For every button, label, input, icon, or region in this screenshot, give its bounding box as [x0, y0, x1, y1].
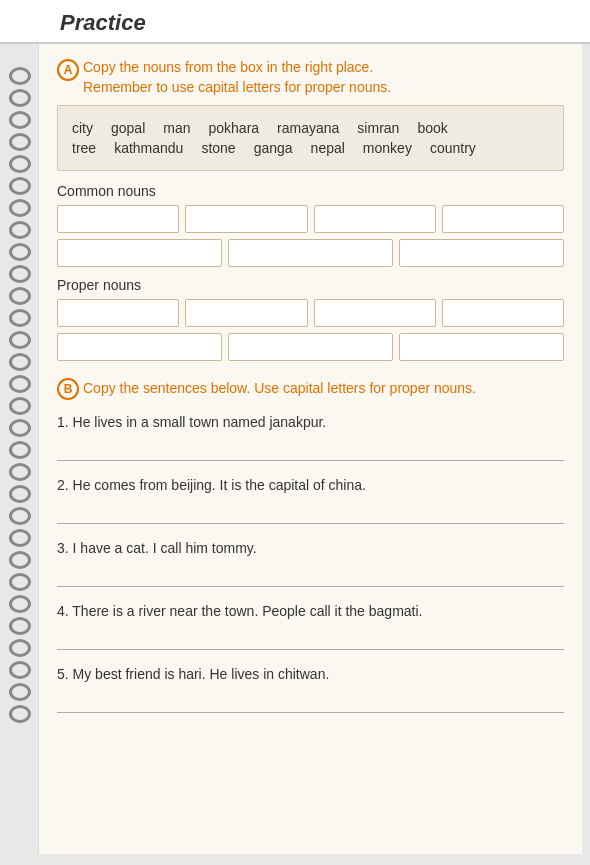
word-item: monkey — [363, 140, 412, 156]
spiral-ring — [9, 441, 31, 459]
word-item: pokhara — [209, 120, 260, 136]
section-b-instruction: Copy the sentences below. Use capital le… — [83, 379, 476, 399]
spiral-ring — [9, 287, 31, 305]
page-header: Practice — [0, 0, 590, 44]
word-item: book — [417, 120, 447, 136]
word-item: gopal — [111, 120, 145, 136]
common-nouns-section: Common nouns — [57, 183, 564, 267]
sentence-item: 2. He comes from beijing. It is the capi… — [57, 475, 564, 524]
spiral-ring — [9, 177, 31, 195]
word-item: city — [72, 120, 93, 136]
sentence-item: 3. I have a cat. I call him tommy. — [57, 538, 564, 587]
spiral-ring — [9, 221, 31, 239]
instruction-line2: Remember to use capital letters for prop… — [83, 79, 391, 95]
spiral-binding — [0, 55, 40, 865]
proper-nouns-label: Proper nouns — [57, 277, 564, 293]
spiral-ring — [9, 353, 31, 371]
write-line — [57, 439, 564, 461]
section-b-header: B Copy the sentences below. Use capital … — [57, 377, 564, 400]
spiral-ring — [9, 375, 31, 393]
proper-noun-input-5[interactable] — [57, 333, 222, 361]
sentence-text: 5. My best friend is hari. He lives in c… — [57, 664, 564, 685]
word-item: stone — [201, 140, 235, 156]
common-noun-input-7[interactable] — [399, 239, 564, 267]
write-line — [57, 502, 564, 524]
spiral-ring — [9, 155, 31, 173]
instruction-line1: Copy the nouns from the box in the right… — [83, 59, 373, 75]
common-noun-input-6[interactable] — [228, 239, 393, 267]
sentence-text: 1. He lives in a small town named janakp… — [57, 412, 564, 433]
spiral-ring — [9, 507, 31, 525]
word-item: country — [430, 140, 476, 156]
proper-noun-input-7[interactable] — [399, 333, 564, 361]
spiral-ring — [9, 595, 31, 613]
common-noun-input-1[interactable] — [57, 205, 179, 233]
section-b-label: B — [57, 378, 79, 400]
proper-noun-input-2[interactable] — [185, 299, 307, 327]
spiral-ring — [9, 639, 31, 657]
spiral-ring — [9, 485, 31, 503]
word-item: ramayana — [277, 120, 339, 136]
page-title: Practice — [60, 10, 146, 36]
spiral-ring — [9, 551, 31, 569]
proper-nouns-section: Proper nouns — [57, 277, 564, 361]
proper-nouns-row1 — [57, 299, 564, 327]
spiral-ring — [9, 683, 31, 701]
word-box: citygopalmanpokhararamayanasimranbook tr… — [57, 105, 564, 171]
common-noun-input-5[interactable] — [57, 239, 222, 267]
spiral-ring — [9, 199, 31, 217]
common-nouns-label: Common nouns — [57, 183, 564, 199]
sentence-text: 2. He comes from beijing. It is the capi… — [57, 475, 564, 496]
main-content: A Copy the nouns from the box in the rig… — [38, 44, 582, 854]
common-nouns-row2 — [57, 239, 564, 267]
word-item: ganga — [254, 140, 293, 156]
spiral-ring — [9, 463, 31, 481]
word-row-2: treekathmandustoneganganepalmonkeycountr… — [72, 140, 549, 156]
common-noun-input-3[interactable] — [314, 205, 436, 233]
spiral-ring — [9, 309, 31, 327]
spiral-ring — [9, 111, 31, 129]
proper-noun-input-6[interactable] — [228, 333, 393, 361]
spiral-ring — [9, 67, 31, 85]
spiral-ring — [9, 243, 31, 261]
spiral-ring — [9, 133, 31, 151]
spiral-ring — [9, 529, 31, 547]
proper-noun-input-1[interactable] — [57, 299, 179, 327]
word-row-1: citygopalmanpokhararamayanasimranbook — [72, 120, 549, 136]
word-item: kathmandu — [114, 140, 183, 156]
common-noun-input-2[interactable] — [185, 205, 307, 233]
spiral-ring — [9, 331, 31, 349]
spiral-ring — [9, 397, 31, 415]
sentence-item: 1. He lives in a small town named janakp… — [57, 412, 564, 461]
proper-noun-input-4[interactable] — [442, 299, 564, 327]
sentences-container: 1. He lives in a small town named janakp… — [57, 412, 564, 713]
sentence-text: 3. I have a cat. I call him tommy. — [57, 538, 564, 559]
section-a-header: A Copy the nouns from the box in the rig… — [57, 58, 564, 97]
spiral-ring — [9, 617, 31, 635]
word-item: nepal — [311, 140, 345, 156]
spiral-ring — [9, 573, 31, 591]
spiral-ring — [9, 265, 31, 283]
spiral-ring — [9, 661, 31, 679]
write-line — [57, 691, 564, 713]
proper-noun-input-3[interactable] — [314, 299, 436, 327]
sentence-item: 4. There is a river near the town. Peopl… — [57, 601, 564, 650]
sentence-item: 5. My best friend is hari. He lives in c… — [57, 664, 564, 713]
proper-nouns-row2 — [57, 333, 564, 361]
word-item: tree — [72, 140, 96, 156]
sentence-text: 4. There is a river near the town. Peopl… — [57, 601, 564, 622]
section-a-instruction: Copy the nouns from the box in the right… — [83, 58, 391, 97]
section-a-label: A — [57, 59, 79, 81]
word-item: simran — [357, 120, 399, 136]
common-nouns-row1 — [57, 205, 564, 233]
spiral-ring — [9, 419, 31, 437]
word-item: man — [163, 120, 190, 136]
spiral-ring — [9, 705, 31, 723]
write-line — [57, 628, 564, 650]
write-line — [57, 565, 564, 587]
spiral-ring — [9, 89, 31, 107]
common-noun-input-4[interactable] — [442, 205, 564, 233]
